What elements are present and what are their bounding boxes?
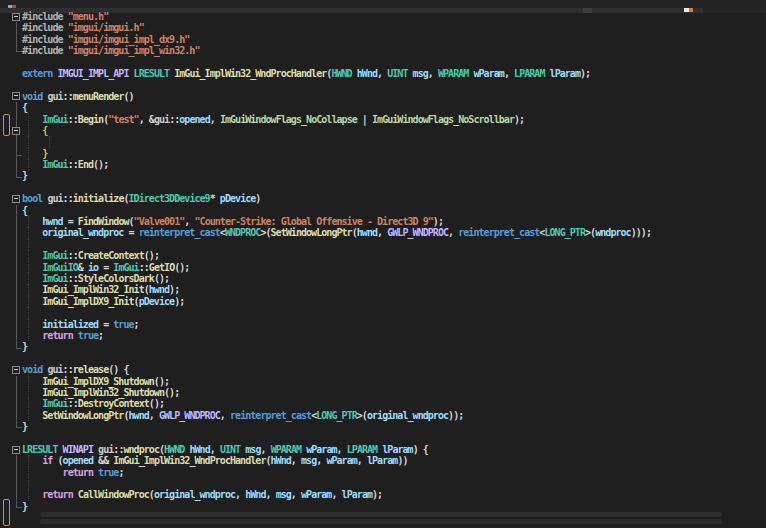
- token-var: hWnd: [271, 455, 291, 466]
- code-line[interactable]: initialized = true;: [0, 319, 766, 330]
- token-fn: ImGui_ImplDX9_Init: [42, 296, 133, 307]
- token-plain: (: [52, 455, 62, 466]
- token-var: wParam: [306, 444, 336, 455]
- token-plain: );: [514, 114, 524, 125]
- marker-margin: [0, 478, 12, 489]
- code-line[interactable]: if (opened && ImGui_ImplWin32_WndProcHan…: [0, 455, 766, 466]
- code-line[interactable]: #include "imgui/imgui_impl_win32.h": [0, 45, 766, 56]
- token-plain: ,: [235, 489, 245, 500]
- code-text: }: [22, 148, 766, 159]
- code-text: void gui::release() {: [22, 364, 766, 375]
- token-plain: ,: [220, 410, 230, 421]
- code-line[interactable]: {: [0, 102, 766, 113]
- code-line[interactable]: ImGuiIO& io = ImGui::GetIO();: [0, 262, 766, 273]
- token-plain: {: [22, 205, 27, 216]
- code-line[interactable]: [0, 307, 766, 318]
- code-area[interactable]: #include "menu.h"#include "imgui/imgui.h…: [0, 11, 766, 512]
- code-line[interactable]: [0, 182, 766, 193]
- code-line[interactable]: ImGui_ImplDX9_Shutdown();: [0, 376, 766, 387]
- token-ns: gui: [47, 193, 62, 204]
- code-line[interactable]: ImGui_ImplWin32_Init(hwnd);: [0, 284, 766, 295]
- fold-toggle-icon[interactable]: [12, 366, 20, 374]
- code-text: return true;: [22, 330, 766, 341]
- bottom-scrollbar-thumb[interactable]: [40, 512, 722, 517]
- token-var: original_wndproc: [154, 489, 235, 500]
- token-type: LONG_PTR: [544, 227, 585, 238]
- code-line[interactable]: original_wndproc = reinterpret_cast<WNDP…: [0, 227, 766, 238]
- fold-margin: [12, 398, 22, 409]
- token-plain: ::: [68, 114, 78, 125]
- code-line[interactable]: ImGui::CreateContext();: [0, 250, 766, 261]
- token-var: wndproc: [595, 227, 631, 238]
- token-plain: ,: [331, 489, 341, 500]
- code-line[interactable]: }: [0, 421, 766, 432]
- marker-margin: [0, 170, 12, 181]
- code-line[interactable]: return true;: [0, 330, 766, 341]
- token-plain: ::: [63, 193, 73, 204]
- token-fn: ImGui_ImplWin32_WndProcHandler: [113, 455, 265, 466]
- code-line[interactable]: return true;: [0, 467, 766, 478]
- code-text: [22, 182, 766, 193]
- code-line[interactable]: ImGui::End();: [0, 159, 766, 170]
- code-line[interactable]: [0, 432, 766, 443]
- code-line[interactable]: SetWindowLongPtr(hwnd, GWLP_WNDPROC, rei…: [0, 410, 766, 421]
- code-line[interactable]: #include "imgui/imgui_impl_dx9.h": [0, 34, 766, 45]
- fold-toggle-icon[interactable]: [12, 92, 20, 100]
- code-line[interactable]: [0, 353, 766, 364]
- fold-margin: [12, 501, 22, 512]
- token-bhl: {: [42, 125, 47, 136]
- token-var: opened: [179, 114, 209, 125]
- fold-margin: [12, 193, 22, 204]
- code-line[interactable]: }: [0, 501, 766, 512]
- code-text: [22, 432, 766, 443]
- token-var: opened: [63, 455, 93, 466]
- token-fn: SetWindowLongPtr: [42, 410, 123, 421]
- code-line[interactable]: ImGui_ImplWin32_Shutdown();: [0, 387, 766, 398]
- code-line[interactable]: [0, 79, 766, 90]
- fold-margin: [12, 387, 22, 398]
- fold-margin: [12, 11, 22, 22]
- code-line[interactable]: hwnd = FindWindow("Valve001", "Counter-S…: [0, 216, 766, 227]
- token-type: LPARAM: [514, 68, 544, 79]
- indent-guide: [28, 250, 29, 261]
- fold-toggle-icon[interactable]: [12, 195, 20, 203]
- code-line[interactable]: void gui::menuRender(): [0, 91, 766, 102]
- token-plain: );: [169, 284, 179, 295]
- marker-margin: [0, 68, 12, 79]
- indent-guide: [28, 319, 29, 330]
- code-line[interactable]: ImGui::Begin("test", &gui::opened, ImGui…: [0, 114, 766, 125]
- bottom-scrollbar-track[interactable]: [40, 519, 722, 524]
- code-line[interactable]: }: [0, 170, 766, 181]
- token-plain: =: [63, 216, 78, 227]
- code-line[interactable]: ImGui_ImplDX9_Init(pDevice);: [0, 296, 766, 307]
- code-line[interactable]: extern IMGUI_IMPL_API LRESULT ImGui_Impl…: [0, 68, 766, 79]
- code-line[interactable]: ImGui::DestroyContext();: [0, 398, 766, 409]
- token-plain: >(: [260, 227, 270, 238]
- code-line[interactable]: [0, 136, 766, 147]
- token-fn: CreateContext: [78, 250, 144, 261]
- code-line[interactable]: {: [0, 125, 766, 136]
- code-line[interactable]: {: [0, 205, 766, 216]
- fold-margin: [12, 227, 22, 238]
- fold-margin: [12, 467, 22, 478]
- code-line[interactable]: [0, 478, 766, 489]
- code-line[interactable]: ImGui::StyleColorsDark();: [0, 273, 766, 284]
- code-line[interactable]: }: [0, 148, 766, 159]
- code-line[interactable]: #include "imgui/imgui.h": [0, 22, 766, 33]
- token-kw: bool: [22, 193, 42, 204]
- code-line[interactable]: void gui::release() {: [0, 364, 766, 375]
- marker-margin: [0, 45, 12, 56]
- token-pre: #include: [22, 11, 63, 22]
- code-line[interactable]: bool gui::initialize(IDirect3DDevice9* p…: [0, 193, 766, 204]
- code-line[interactable]: [0, 57, 766, 68]
- code-line[interactable]: }: [0, 341, 766, 352]
- token-var: original_wndproc: [367, 410, 448, 421]
- fold-toggle-icon[interactable]: [12, 446, 20, 454]
- code-line[interactable]: return CallWindowProc(original_wndproc, …: [0, 489, 766, 500]
- fold-toggle-icon[interactable]: [12, 127, 20, 135]
- token-var: wParam: [326, 455, 356, 466]
- code-line[interactable]: #include "menu.h": [0, 11, 766, 22]
- code-line[interactable]: [0, 239, 766, 250]
- fold-toggle-icon[interactable]: [12, 13, 20, 21]
- code-line[interactable]: LRESULT WINAPI gui::wndproc(HWND hWnd, U…: [0, 444, 766, 455]
